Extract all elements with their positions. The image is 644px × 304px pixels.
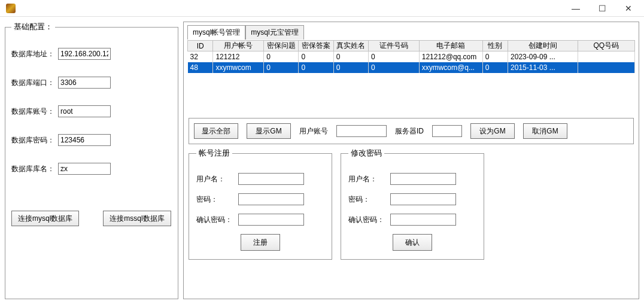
close-button[interactable]: ✕ (615, 0, 642, 17)
table-cell: 121212@qq.com (419, 51, 482, 62)
col-header[interactable]: 创建时间 (508, 41, 578, 51)
register-panel: 帐号注册 用户名： 密码： 确认密码： 注册 (189, 148, 332, 260)
db-pass-label: 数据库密码： (11, 135, 58, 145)
mod-user-input[interactable] (390, 173, 456, 185)
db-name-label: 数据库库名： (11, 164, 58, 174)
titlebar: — ☐ ✕ (0, 0, 644, 17)
server-id-label: 服务器ID (395, 126, 424, 136)
table-cell: 0 (482, 51, 508, 62)
mod-confirm-label: 确认密码： (348, 215, 390, 225)
table-row[interactable]: 48xxymwcom0000xxymwcom@q...02015-11-03 .… (188, 62, 635, 73)
right-panel: mysql帐号管理 mysql元宝管理 ID用户帐号密保问题密保答案真实姓名证件… (183, 22, 639, 299)
col-header[interactable]: 电子邮箱 (419, 41, 482, 51)
mod-pass-input[interactable] (390, 193, 456, 205)
reg-pass-input[interactable] (238, 193, 304, 205)
register-button[interactable]: 注册 (241, 234, 280, 251)
reg-confirm-input[interactable] (238, 214, 304, 226)
db-name-input[interactable] (58, 163, 111, 175)
reg-user-label: 用户名： (196, 174, 238, 184)
toolbar: 显示全部 显示GM 用户账号 服务器ID 设为GM 取消GM (189, 118, 634, 144)
maximize-button[interactable]: ☐ (589, 0, 615, 17)
confirm-button[interactable]: 确认 (393, 234, 432, 251)
table-cell: 0 (368, 51, 419, 62)
user-account-input[interactable] (336, 125, 387, 137)
db-port-label: 数据库端口： (11, 78, 58, 88)
table-cell: 48 (188, 62, 213, 73)
table-cell: xxymwcom (213, 62, 264, 73)
tab-yuanbao-mgmt[interactable]: mysql元宝管理 (245, 25, 303, 39)
db-user-input[interactable] (58, 105, 111, 117)
db-user-label: 数据库账号： (11, 107, 58, 117)
db-port-input[interactable] (58, 77, 111, 89)
cancel-gm-button[interactable]: 取消GM (523, 123, 567, 139)
db-addr-label: 数据库地址： (11, 49, 58, 59)
table-cell: 0 (368, 62, 419, 73)
minimize-button[interactable]: — (563, 0, 589, 17)
col-header[interactable]: QQ号码 (578, 41, 634, 51)
register-legend: 帐号注册 (196, 148, 232, 159)
reg-user-input[interactable] (238, 173, 304, 185)
table-cell: 0 (333, 62, 368, 73)
col-header[interactable]: 密保答案 (299, 41, 333, 51)
modify-password-panel: 修改密码 用户名： 密码： 确认密码： 确认 (341, 148, 484, 260)
table-cell: 0 (299, 51, 333, 62)
table-cell: 32 (188, 51, 213, 62)
col-header[interactable]: 用户帐号 (213, 41, 264, 51)
basic-config-legend: 基础配置： (11, 22, 55, 32)
db-addr-input[interactable] (58, 48, 111, 60)
connect-mssql-button[interactable]: 连接mssql数据库 (103, 211, 171, 226)
col-header[interactable]: 证件号码 (368, 41, 419, 51)
table-cell (578, 51, 634, 62)
tabs: mysql帐号管理 mysql元宝管理 (187, 25, 635, 39)
col-header[interactable]: 性别 (482, 41, 508, 51)
table-cell: 0 (299, 62, 333, 73)
set-gm-button[interactable]: 设为GM (470, 123, 515, 139)
col-header[interactable]: 密保问题 (264, 41, 299, 51)
user-account-label: 用户账号 (299, 126, 328, 136)
table-cell: 121212 (213, 51, 264, 62)
table-row[interactable]: 321212120000121212@qq.com02023-09-09 ... (188, 51, 635, 62)
col-header[interactable]: ID (188, 41, 213, 51)
reg-pass-label: 密码： (196, 194, 238, 205)
connect-mysql-button[interactable]: 连接mysql数据库 (11, 211, 79, 226)
table-cell: 2015-11-03 ... (508, 62, 578, 73)
table-cell: 0 (264, 62, 299, 73)
table-cell: 2023-09-09 ... (508, 51, 578, 62)
db-pass-input[interactable] (58, 134, 111, 146)
table-cell: 0 (264, 51, 299, 62)
show-gm-button[interactable]: 显示GM (247, 123, 291, 139)
table-cell: xxymwcom@q... (419, 62, 482, 73)
col-header[interactable]: 真实姓名 (333, 41, 368, 51)
reg-confirm-label: 确认密码： (196, 215, 238, 225)
table-cell (578, 62, 634, 73)
table-cell: 0 (482, 62, 508, 73)
show-all-button[interactable]: 显示全部 (194, 123, 238, 139)
basic-config-panel: 基础配置： 数据库地址： 数据库端口： 数据库账号： 数据库密码： 数据库库名：… (5, 22, 178, 299)
mod-user-label: 用户名： (348, 174, 390, 184)
server-id-input[interactable] (432, 125, 462, 137)
tab-account-mgmt[interactable]: mysql帐号管理 (187, 25, 245, 39)
modify-legend: 修改密码 (348, 148, 384, 159)
account-table[interactable]: ID用户帐号密保问题密保答案真实姓名证件号码电子邮箱性别创建时间QQ号码3212… (187, 40, 635, 114)
table-cell: 0 (333, 51, 368, 62)
mod-pass-label: 密码： (348, 194, 390, 205)
app-icon (6, 4, 16, 13)
mod-confirm-input[interactable] (390, 214, 456, 226)
